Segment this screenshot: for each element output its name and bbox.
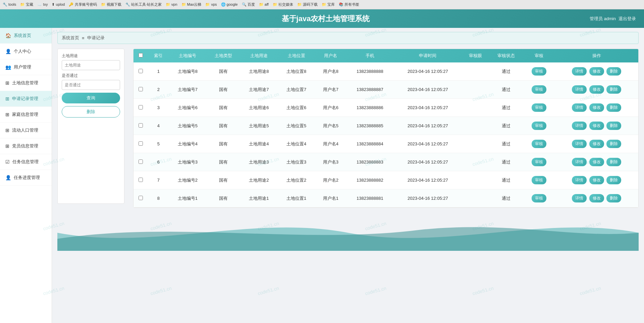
query-button[interactable]: 查询 (62, 93, 120, 103)
sidebar-item-home[interactable]: 🏠 系统首页 (0, 28, 52, 44)
toolbar-baidu[interactable]: 🔍 百度 (242, 2, 255, 7)
toolbar-google[interactable]: 🌐 google (221, 2, 238, 7)
cell-ops: 详情 修改 删除 (555, 99, 638, 117)
audit-button[interactable]: 审核 (532, 140, 546, 148)
toolbar-baoku[interactable]: 📁 宝库 (322, 2, 335, 7)
row-checkbox[interactable] (139, 105, 143, 109)
delete-button[interactable]: 删除 (606, 67, 621, 76)
detail-button[interactable]: 详情 (572, 158, 587, 166)
toolbar-source[interactable]: 📁 源码下载 (297, 2, 318, 7)
audit-button[interactable]: 审核 (532, 67, 546, 76)
cell-audit-btn[interactable]: 审核 (523, 171, 555, 189)
edit-button[interactable]: 修改 (589, 140, 604, 148)
edit-button[interactable]: 修改 (589, 194, 604, 202)
sidebar-item-profile[interactable]: 👤 个人中心 (0, 44, 52, 59)
audit-button[interactable]: 审核 (532, 176, 546, 184)
row-checkbox[interactable] (139, 141, 143, 146)
sidebar-item-task-progress[interactable]: 👤 任务进度管理 (0, 170, 52, 186)
delete-button[interactable]: 删除 (606, 176, 621, 184)
row-checkbox[interactable] (139, 196, 143, 200)
row-checkbox[interactable] (139, 87, 143, 91)
delete-button[interactable]: 删除 (606, 158, 621, 166)
row-checkbox[interactable] (139, 178, 143, 182)
sidebar-item-floating[interactable]: ⊞ 流动人口管理 (0, 123, 52, 138)
audit-button[interactable]: 审核 (532, 103, 546, 112)
cell-checkbox[interactable] (133, 81, 148, 99)
toolbar-aff[interactable]: 📁 aff (259, 2, 269, 7)
col-index: 索引 (148, 49, 169, 62)
toolbar-baozang[interactable]: 📁 宝藏 (20, 2, 33, 7)
user-info: 管理员 admin 退出登录 (590, 16, 636, 22)
delete-button[interactable]: 删除 (606, 85, 621, 94)
cell-audit-btn[interactable]: 审核 (523, 99, 555, 117)
delete-button[interactable]: 删除 (606, 194, 621, 202)
detail-button[interactable]: 详情 (572, 140, 587, 148)
cell-username: 用户名7 (315, 81, 346, 99)
toolbar-webtools[interactable]: 🔧 站长工具·站长之家 (125, 2, 162, 7)
cell-checkbox[interactable] (133, 99, 148, 117)
audit-button[interactable]: 审核 (532, 158, 546, 166)
sidebar-item-task-info[interactable]: ☑ 任务信息管理 (0, 154, 52, 170)
detail-button[interactable]: 详情 (572, 85, 587, 94)
detail-button[interactable]: 详情 (572, 103, 587, 112)
edit-button[interactable]: 修改 (589, 158, 604, 166)
edit-button[interactable]: 修改 (589, 67, 604, 76)
row-checkbox[interactable] (139, 159, 143, 164)
table-area: 索引 土地编号 土地类型 土地用途 土地位置 用户名 手机 申请时间 审核眼 审… (133, 49, 639, 208)
cell-checkbox[interactable] (133, 62, 148, 81)
sidebar-label-home: 系统首页 (14, 33, 31, 39)
edit-button[interactable]: 修改 (589, 103, 604, 112)
cell-apply-time: 2023-04-16 12:05:27 (394, 62, 462, 81)
toolbar-txy[interactable]: ☁️ txy (37, 2, 48, 7)
toolbar-bookmarks[interactable]: 📚 所有书签 (339, 2, 359, 7)
cell-audit-btn[interactable]: 审核 (523, 81, 555, 99)
cell-land-pos: 土地位置8 (278, 62, 315, 81)
toolbar-uplod[interactable]: ⬆ uplod (52, 2, 65, 7)
cell-audit-btn[interactable]: 审核 (523, 117, 555, 135)
sidebar-item-land-info[interactable]: ⊞ 土地信息管理 (0, 75, 52, 91)
breadcrumb-home[interactable]: 系统首页 (62, 35, 79, 41)
edit-button[interactable]: 修改 (589, 176, 604, 184)
cell-checkbox[interactable] (133, 135, 148, 153)
delete-button[interactable]: 删除 (606, 140, 621, 148)
cell-checkbox[interactable] (133, 189, 148, 207)
toolbar-vpn[interactable]: 📁 vpn (166, 2, 177, 7)
sidebar-item-apply-records[interactable]: ⊞ 申请记录管理 (0, 91, 52, 107)
toolbar-video[interactable]: 📁 视频下载 (101, 2, 121, 7)
cell-checkbox[interactable] (133, 153, 148, 171)
toolbar-max[interactable]: 📁 Max云梯 (181, 2, 202, 7)
row-checkbox[interactable] (139, 69, 143, 73)
toolbar-tools[interactable]: 🔧 tools (3, 2, 16, 7)
toolbar-vps[interactable]: 📁 vps (205, 2, 217, 7)
cell-checkbox[interactable] (133, 117, 148, 135)
approved-input[interactable] (62, 80, 120, 90)
land-use-input[interactable] (62, 60, 120, 70)
cell-audit-btn[interactable]: 审核 (523, 62, 555, 81)
detail-button[interactable]: 详情 (572, 122, 587, 130)
reset-button[interactable]: 删除 (62, 106, 120, 118)
edit-button[interactable]: 修改 (589, 85, 604, 94)
detail-button[interactable]: 详情 (572, 194, 587, 202)
row-checkbox[interactable] (139, 123, 143, 128)
sidebar-item-party[interactable]: ⊞ 党员信息管理 (0, 138, 52, 154)
cell-audit-btn[interactable]: 审核 (523, 189, 555, 207)
delete-button[interactable]: 删除 (606, 122, 621, 130)
edit-button[interactable]: 修改 (589, 122, 604, 130)
cell-audit-btn[interactable]: 审核 (523, 135, 555, 153)
sidebar-item-users[interactable]: 👥 用户管理 (0, 59, 52, 75)
logout-button[interactable]: 退出登录 (619, 16, 636, 22)
detail-button[interactable]: 详情 (572, 176, 587, 184)
audit-button[interactable]: 审核 (532, 85, 546, 94)
select-all-checkbox[interactable] (139, 53, 143, 57)
detail-button[interactable]: 详情 (572, 67, 587, 76)
delete-button[interactable]: 删除 (606, 103, 621, 112)
toolbar-passwords[interactable]: 🔑 共享账号密码 (69, 2, 97, 7)
cell-audit-period (462, 81, 489, 99)
audit-button[interactable]: 审核 (532, 122, 546, 130)
cell-ops: 详情 修改 删除 (555, 117, 638, 135)
cell-checkbox[interactable] (133, 171, 148, 189)
toolbar-social[interactable]: 📁 社交媒体 (273, 2, 293, 7)
cell-audit-btn[interactable]: 审核 (523, 153, 555, 171)
audit-button[interactable]: 审核 (532, 194, 546, 202)
sidebar-item-family[interactable]: ⊞ 家庭信息管理 (0, 107, 52, 123)
